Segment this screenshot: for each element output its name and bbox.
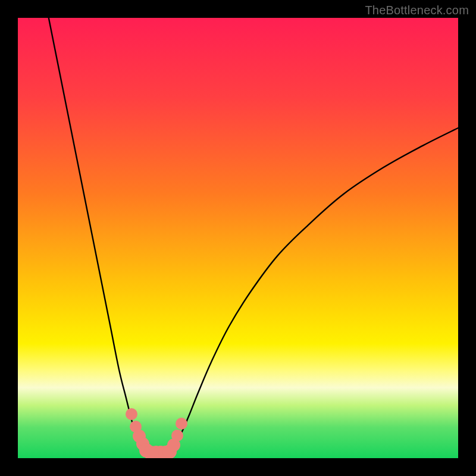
chart-container: TheBottleneck.com bbox=[0, 0, 476, 476]
chart-svg bbox=[18, 18, 458, 458]
data-marker bbox=[126, 408, 137, 420]
watermark-text: TheBottleneck.com bbox=[365, 4, 469, 17]
data-marker bbox=[176, 418, 187, 430]
data-marker bbox=[171, 430, 183, 441]
plot-area bbox=[18, 18, 458, 458]
gradient-background bbox=[18, 18, 458, 458]
